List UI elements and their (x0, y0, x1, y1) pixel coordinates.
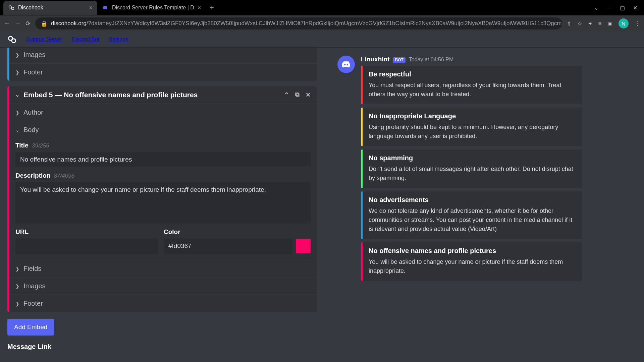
duplicate-icon[interactable]: ⧉ (295, 91, 300, 99)
title-counter: 39/256 (32, 142, 49, 149)
description-label: Description (15, 172, 51, 179)
color-label: Color (164, 228, 180, 236)
preview-embed: No offensive names and profile picturesY… (361, 242, 582, 281)
preview-embed-body: We do not tolerate any kind of advertise… (369, 206, 576, 234)
preview-embed: No advertisementsWe do not tolerate any … (361, 191, 582, 239)
url-path: /?data=eyJtZXNzYWdlcyI6W3siZGF0YSI6eyJjb… (87, 20, 562, 26)
address-bar: ← → ⟳ 🔒 discohook.org/?data=eyJtZXNzYWdl… (0, 15, 644, 32)
maximize-icon[interactable]: ▢ (620, 5, 625, 11)
reading-list-icon[interactable]: ≡ (598, 20, 601, 26)
preview-embed-body: Don't send a lot of small messages right… (369, 165, 576, 183)
back-icon[interactable]: ← (4, 20, 10, 27)
window-controls: ⌄ — ▢ ✕ (594, 5, 644, 11)
preview-embed-title: No Inappropriate Language (369, 112, 576, 120)
section-images[interactable]: ❯ Images (9, 48, 317, 63)
title-input[interactable] (15, 152, 311, 167)
bookmark-icon[interactable]: ☆ (577, 20, 582, 27)
preview-embed: No Inappropriate LanguageUsing profanity… (361, 108, 582, 146)
app-header: Support Server Discord Bot Settings (0, 32, 644, 48)
url-label: URL (15, 228, 29, 236)
chevron-down-icon: ⌄ (15, 92, 19, 98)
remove-icon[interactable]: ✕ (306, 91, 311, 99)
embed-card-5: ⌄ Embed 5 — No offensive names and profi… (7, 86, 317, 312)
chevron-right-icon: ❯ (15, 110, 19, 115)
section-label: Fields (23, 265, 41, 273)
preview-username: Linuxhint (361, 56, 389, 63)
color-input[interactable] (164, 238, 292, 254)
bot-badge: BOT (393, 57, 405, 63)
section-label: Author (23, 109, 43, 116)
section-footer[interactable]: ❯ Footer (9, 63, 317, 81)
preview-timestamp: Today at 04:56 PM (409, 57, 453, 63)
discord-favicon-icon (102, 4, 109, 11)
embed-title: Embed 5 — No offensive names and profile… (23, 91, 198, 99)
svg-rect-2 (103, 6, 107, 9)
chevron-right-icon: ❯ (15, 284, 19, 289)
nav-settings[interactable]: Settings (109, 37, 128, 43)
browser-tab-active[interactable]: Discohook × (3, 1, 97, 15)
app-logo-icon[interactable] (7, 35, 17, 44)
lock-icon: 🔒 (41, 20, 48, 27)
extensions-icon[interactable]: ✦ (588, 20, 592, 27)
color-swatch[interactable] (296, 239, 311, 253)
svg-point-4 (12, 39, 16, 43)
section-label: Images (23, 282, 46, 290)
nav-support-server[interactable]: Support Server (26, 37, 62, 43)
close-window-icon[interactable]: ✕ (633, 5, 637, 11)
description-input[interactable] (15, 182, 311, 224)
url-domain: discohook.org (51, 20, 87, 26)
section-images[interactable]: ❯ Images (9, 277, 317, 295)
section-footer[interactable]: ❯ Footer (9, 295, 317, 312)
preview-embed-body: You will be asked to change your name or… (369, 257, 576, 276)
title-label: Title (15, 142, 29, 149)
description-counter: 87/4096 (54, 173, 74, 179)
preview-embed-body: Using profanity should be kept to a mini… (369, 123, 576, 141)
embed-header[interactable]: ⌄ Embed 5 — No offensive names and profi… (9, 86, 317, 104)
close-icon[interactable]: × (89, 4, 93, 11)
nav-discord-bot[interactable]: Discord Bot (72, 37, 100, 43)
tab-dropdown-icon[interactable]: ⌄ (594, 5, 598, 11)
preview-avatar-icon (337, 56, 355, 73)
preview-embed-title: No spamming (369, 154, 576, 162)
tab-title: Discohook (18, 5, 43, 11)
chevron-right-icon: ❯ (15, 52, 19, 58)
minimize-icon[interactable]: — (606, 5, 612, 11)
share-icon[interactable]: ⇪ (567, 20, 571, 27)
reload-icon[interactable]: ⟳ (25, 20, 31, 27)
chevron-down-icon: ⌄ (15, 127, 19, 133)
section-fields[interactable]: ❯ Fields (9, 260, 317, 277)
preview-embed-title: No offensive names and profile pictures (369, 247, 576, 255)
profile-avatar[interactable]: N (619, 18, 629, 28)
preview-embed: No spammingDon't send a lot of small mes… (361, 149, 582, 188)
preview-panel: Linuxhint BOT Today at 04:56 PM Be respe… (324, 48, 644, 362)
section-body[interactable]: ⌄ Body (9, 121, 317, 138)
preview-embed-title: No advertisements (369, 196, 576, 204)
preview-embed: Be respectfulYou must respect all users,… (361, 66, 582, 104)
section-label: Footer (23, 68, 43, 76)
svg-point-0 (9, 6, 12, 8)
section-label: Body (23, 126, 39, 134)
section-author[interactable]: ❯ Author (9, 104, 317, 121)
close-icon[interactable]: × (198, 4, 201, 11)
url-input[interactable] (15, 238, 158, 254)
collapse-icon[interactable]: ⌃ (284, 91, 289, 99)
menu-icon[interactable]: ⋮ (635, 20, 640, 27)
tab-bar: Discohook × Discord Server Rules Templat… (0, 0, 644, 15)
side-panel-icon[interactable]: ▣ (607, 20, 612, 27)
preview-embed-title: Be respectful (369, 70, 576, 78)
section-label: Footer (23, 300, 43, 307)
add-embed-button[interactable]: Add Embed (7, 319, 54, 336)
new-tab-button[interactable]: + (206, 2, 218, 14)
message-link-label: Message Link (7, 343, 317, 351)
embed-card-4: ❯ Images ❯ Footer (7, 48, 317, 81)
chevron-right-icon: ❯ (15, 70, 19, 75)
chevron-right-icon: ❯ (15, 301, 19, 306)
section-label: Images (23, 51, 46, 59)
forward-icon[interactable]: → (15, 20, 21, 27)
svg-point-1 (11, 7, 14, 10)
editor-panel: ❯ Images ❯ Footer ⌄ Embed 5 — No offensi… (0, 48, 324, 362)
discohook-favicon-icon (8, 4, 15, 11)
browser-tab[interactable]: Discord Server Rules Template | D × (97, 1, 206, 15)
tab-title: Discord Server Rules Template | D (112, 5, 194, 11)
url-input[interactable]: 🔒 discohook.org/?data=eyJtZXNzYWdlcyI6W3… (35, 17, 562, 29)
